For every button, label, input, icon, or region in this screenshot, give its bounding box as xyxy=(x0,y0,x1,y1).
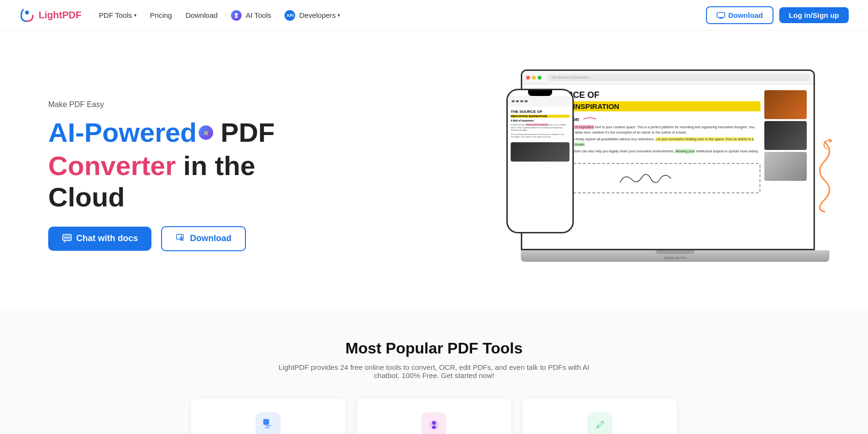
nav-left: LightPDF PDF Tools ▾ Pricing Download AI… xyxy=(19,8,340,23)
logo-text: LightPDF xyxy=(39,10,81,21)
chat-icon xyxy=(62,233,72,244)
hero-section: Make PDF Easy AI-Powered🤖 PDF Converter … xyxy=(0,31,868,311)
phone-para2: You can freely draft documents, list ide… xyxy=(511,133,570,138)
svg-rect-2 xyxy=(235,16,238,18)
nav-developers[interactable]: API Developers ▾ xyxy=(285,10,340,21)
phone-doc-subtitle: INNOVATIVE INSPIRATION xyxy=(511,115,570,118)
svg-point-8 xyxy=(68,237,70,238)
phone-device: THE SOURCE OF INNOVATIVE INSPIRATION A W… xyxy=(506,89,574,233)
sidebar-img-1 xyxy=(764,90,807,119)
api-badge: API xyxy=(285,10,295,21)
doc-sidebar xyxy=(764,90,808,243)
phone-doc-section: A Wall of Inspiration xyxy=(511,119,570,122)
hero-title-line2: Converter in the Cloud xyxy=(48,150,299,213)
svg-point-0 xyxy=(25,11,29,14)
phone-image xyxy=(511,142,570,162)
tool-cards: PDF to Word AI for Docs AI-Powered xyxy=(39,399,829,434)
edit-icon xyxy=(587,412,612,434)
nav-links: PDF Tools ▾ Pricing Download AI Tools AP… xyxy=(99,10,340,21)
nav-download-button[interactable]: Download xyxy=(706,6,773,24)
hero-title-line1: AI-Powered🤖 PDF xyxy=(48,117,299,148)
phone-body: THE SOURCE OF INNOVATIVE INSPIRATION A W… xyxy=(506,89,574,233)
svg-point-20 xyxy=(432,421,436,425)
phone-content: THE SOURCE OF INNOVATIVE INSPIRATION A W… xyxy=(508,107,572,232)
laptop-toolbar: The Source of Innovation... xyxy=(522,71,814,84)
svg-rect-13 xyxy=(520,100,523,102)
ai-icon xyxy=(421,412,447,434)
svg-rect-14 xyxy=(525,100,528,102)
svg-rect-21 xyxy=(432,426,436,429)
hero-ai-text: AI-Powered xyxy=(48,117,197,148)
section-title: Most Popular PDF Tools xyxy=(39,339,829,357)
hero-actions: Chat with docs Download xyxy=(48,226,299,251)
svg-rect-9 xyxy=(176,234,183,239)
toolbar-close xyxy=(526,76,530,80)
svg-rect-11 xyxy=(512,100,515,102)
logo[interactable]: LightPDF xyxy=(19,8,81,23)
sidebar-img-3 xyxy=(764,152,807,181)
phone-toolbar xyxy=(508,96,572,107)
signature-svg xyxy=(615,168,673,187)
navigation: LightPDF PDF Tools ▾ Pricing Download AI… xyxy=(0,0,868,31)
login-button[interactable]: Log in/Sign up xyxy=(779,7,849,23)
tool-card-edit-pdf[interactable]: Edit PDF xyxy=(523,399,677,434)
ai-badge xyxy=(231,10,242,21)
nav-right: Download Log in/Sign up xyxy=(706,6,849,24)
hero-content: Make PDF Easy AI-Powered🤖 PDF Converter … xyxy=(48,100,299,251)
svg-point-7 xyxy=(67,237,68,238)
phone-toolbar-icons xyxy=(511,98,529,105)
svg-point-1 xyxy=(235,13,238,16)
hero-title: AI-Powered🤖 PDF Converter in the Cloud xyxy=(48,117,299,213)
svg-rect-18 xyxy=(263,419,269,425)
section-subtitle: LightPDF provides 24 free online tools t… xyxy=(265,363,603,380)
laptop-notch xyxy=(656,250,694,254)
hero-pdf-text: PDF xyxy=(213,117,275,148)
most-popular-section: Most Popular PDF Tools LightPDF provides… xyxy=(0,311,868,434)
chat-with-docs-button[interactable]: Chat with docs xyxy=(48,227,151,251)
monitor-icon xyxy=(717,12,725,19)
nav-pricing[interactable]: Pricing xyxy=(150,11,172,19)
laptop-base xyxy=(521,250,829,262)
toolbar-maximize xyxy=(538,76,542,80)
hero-tagline: Make PDF Easy xyxy=(48,100,299,109)
ai-powered-badge: 🤖 xyxy=(199,125,213,140)
download-icon xyxy=(176,233,186,244)
sidebar-img-2 xyxy=(764,121,807,150)
phone-screen: THE SOURCE OF INNOVATIVE INSPIRATION A W… xyxy=(508,90,572,232)
phone-notch xyxy=(528,90,552,96)
hero-devices: THE SOURCE OF INNOVATIVE INSPIRATION A W… xyxy=(318,60,829,291)
svg-rect-3 xyxy=(717,13,725,17)
nav-download[interactable]: Download xyxy=(186,11,218,19)
word-icon xyxy=(256,412,281,434)
toolbar-minimize xyxy=(532,76,536,80)
hero-converter-text: Converter xyxy=(48,150,176,181)
tool-card-pdf-to-word[interactable]: PDF to Word xyxy=(191,399,345,434)
tool-card-ai-ocr[interactable]: AI for Docs AI-Powered xyxy=(357,399,511,434)
nav-ai-tools[interactable]: AI Tools xyxy=(231,10,271,21)
svg-point-6 xyxy=(65,237,66,238)
hero-download-button[interactable]: Download xyxy=(161,226,246,251)
nav-pdf-tools[interactable]: PDF Tools ▾ xyxy=(99,11,136,19)
svg-rect-12 xyxy=(516,100,519,102)
section-flourish xyxy=(583,115,597,121)
phone-para1: Imagine having a massive wall of inspira… xyxy=(511,123,570,132)
device-container: THE SOURCE OF INNOVATIVE INSPIRATION A W… xyxy=(502,60,829,291)
phone-doc-title: THE SOURCE OF xyxy=(511,109,570,114)
